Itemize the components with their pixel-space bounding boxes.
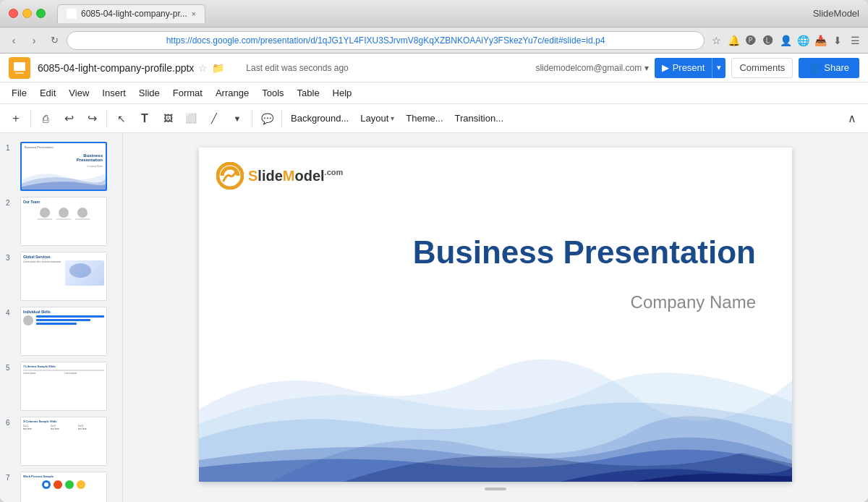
app-title: SlideModel <box>813 8 859 19</box>
redo-button[interactable]: ↪ <box>82 109 102 129</box>
undo-button[interactable]: ↩ <box>59 109 79 129</box>
cursor-tool-button[interactable]: ↖ <box>111 109 132 129</box>
slide-thumbnail-7[interactable]: 7 Work Process Sample <box>0 469 122 502</box>
slide-preview-6: 3 Columns Sample Slide Col 1text here Co… <box>20 417 107 466</box>
layout-button[interactable]: Layout ▾ <box>356 109 399 129</box>
extension-icon8[interactable]: ☰ <box>848 33 862 48</box>
logo-svg <box>216 162 244 190</box>
slide-preview-3: Global Services Lorem ipsum dolor sit am… <box>20 252 107 301</box>
slide-number-1: 1 <box>6 142 16 152</box>
file-name: 6085-04-light-company-profile.pptx <box>38 62 194 74</box>
slide-preview-4: Individual Skills <box>20 307 107 356</box>
refresh-button[interactable]: ↻ <box>46 33 62 48</box>
app-title-bar: 6085-04-light-company-profile.pptx ☆ 📁 L… <box>0 54 868 82</box>
url-input[interactable] <box>67 31 705 50</box>
extension-icon2[interactable]: 🅟 <box>744 33 758 48</box>
browser-tab[interactable]: 6085-04-light-company-pr... × <box>57 4 205 23</box>
toolbar-separator-2 <box>106 110 107 127</box>
folder-icon[interactable]: 📁 <box>212 62 224 74</box>
google-slides-app: 6085-04-light-company-profile.pptx ☆ 📁 L… <box>0 54 868 502</box>
toolbar-collapse-button[interactable]: ∧ <box>842 109 862 129</box>
user-email[interactable]: slidemodelcom@gmail.com ▾ <box>535 63 648 73</box>
menu-edit[interactable]: Edit <box>34 85 61 101</box>
slide-number-7: 7 <box>6 472 16 482</box>
menu-arrange[interactable]: Arrange <box>210 85 255 101</box>
logo-brand-text: SlideModel.com <box>248 169 343 183</box>
slide-thumbnail-1[interactable]: 1 Business Presentation BusinessPresenta… <box>0 139 122 194</box>
logo-com: .com <box>325 168 344 176</box>
browser-window: 6085-04-light-company-pr... × SlideModel… <box>0 0 868 502</box>
star-icon[interactable]: ☆ <box>198 62 208 74</box>
forward-button[interactable]: › <box>26 33 42 48</box>
comment-button[interactable]: 💬 <box>257 109 277 129</box>
back-button[interactable]: ‹ <box>6 33 22 48</box>
menu-bar: File Edit View Insert Slide Format Arran… <box>0 82 868 104</box>
toolbar: + ⎙ ↩ ↪ ↖ T 🖼 ⬜ ╱ ▼ 💬 Background... Layo… <box>0 104 868 133</box>
menu-slide[interactable]: Slide <box>133 85 166 101</box>
zoom-in-button[interactable]: + <box>6 109 26 129</box>
image-insert-button[interactable]: 🖼 <box>158 109 178 129</box>
slide-main-title[interactable]: Business Presentation <box>413 234 756 271</box>
logo-m: M <box>283 168 295 184</box>
transition-button[interactable]: Transition... <box>451 109 508 129</box>
bookmark-icon[interactable]: ☆ <box>709 33 723 48</box>
address-bar: ‹ › ↻ ☆ 🔔 🅟 🅛 👤 🌐 📥 ⬇ ☰ <box>0 27 868 54</box>
menu-help[interactable]: Help <box>327 85 358 101</box>
slide-thumbnail-3[interactable]: 3 Global Services Lorem ipsum dolor sit … <box>0 249 122 304</box>
print-button[interactable]: ⎙ <box>35 109 56 129</box>
browser-toolbar-icons: ☆ 🔔 🅟 🅛 👤 🌐 📥 ⬇ ☰ <box>709 33 862 48</box>
minimize-window-button[interactable] <box>22 9 32 18</box>
comments-button[interactable]: Comments <box>731 58 793 78</box>
extension-icon5[interactable]: 🌐 <box>796 33 810 48</box>
slide-panel[interactable]: 1 Business Presentation BusinessPresenta… <box>0 133 123 502</box>
svg-rect-1 <box>14 62 25 71</box>
menu-view[interactable]: View <box>63 85 95 101</box>
svg-rect-2 <box>15 72 24 74</box>
share-person-icon: 👤 <box>809 62 820 73</box>
extension-icon6[interactable]: 📥 <box>813 33 827 48</box>
slide-preview-2: Our Team <box>20 197 107 246</box>
theme-button[interactable]: Theme... <box>401 109 447 129</box>
main-content: 1 Business Presentation BusinessPresenta… <box>0 133 868 502</box>
close-window-button[interactable] <box>9 9 18 18</box>
extension-icon1[interactable]: 🔔 <box>726 33 741 48</box>
present-play-icon: ▶ <box>662 62 669 73</box>
menu-format[interactable]: Format <box>167 85 208 101</box>
slide-notes-divider[interactable] <box>199 482 792 496</box>
slide-number-3: 3 <box>6 252 16 262</box>
app-title-actions: slidemodelcom@gmail.com ▾ ▶ Present ▾ Co… <box>535 58 859 78</box>
extension-icon4[interactable]: 👤 <box>778 33 793 48</box>
menu-table[interactable]: Table <box>292 85 326 101</box>
slidemodel-logo: SlideModel.com <box>216 162 343 190</box>
extension-icon3[interactable]: 🅛 <box>761 33 775 48</box>
share-button[interactable]: 👤 Share <box>799 58 859 78</box>
menu-insert[interactable]: Insert <box>96 85 132 101</box>
line-button[interactable]: ╱ <box>204 109 224 129</box>
maximize-window-button[interactable] <box>36 9 46 18</box>
tab-close-button[interactable]: × <box>192 10 196 18</box>
present-button[interactable]: ▶ Present <box>655 58 712 78</box>
text-tool-button[interactable]: T <box>135 109 155 129</box>
slide-canvas-area: SlideModel.com Business Presentation Com… <box>123 133 868 502</box>
slide-thumbnail-4[interactable]: 4 Individual Skills <box>0 304 122 359</box>
slide-thumbnail-5[interactable]: 5 7 Lifetime Sample Slide Lorem ipsum Lo… <box>0 359 122 414</box>
share-label: Share <box>824 62 849 73</box>
slide-preview-1: Business Presentation BusinessPresentati… <box>20 142 107 191</box>
extension-icon7[interactable]: ⬇ <box>830 33 845 48</box>
slide-canvas[interactable]: SlideModel.com Business Presentation Com… <box>199 148 792 482</box>
background-button[interactable]: Background... <box>286 109 353 129</box>
title-bar: 6085-04-light-company-pr... × SlideModel <box>0 0 868 27</box>
tab-favicon <box>67 9 77 19</box>
slide-thumbnail-2[interactable]: 2 Our Team <box>0 194 122 249</box>
menu-tools[interactable]: Tools <box>256 85 289 101</box>
slide-number-6: 6 <box>6 417 16 427</box>
menu-file[interactable]: File <box>6 85 33 101</box>
present-dropdown-button[interactable]: ▾ <box>712 58 726 78</box>
more-shapes-button[interactable]: ▼ <box>227 109 247 129</box>
slide-thumbnail-6[interactable]: 6 3 Columns Sample Slide Col 1text here … <box>0 414 122 469</box>
logo-s: S <box>248 168 258 184</box>
last-edit-status: Last edit was seconds ago <box>246 63 348 73</box>
wave-background <box>199 279 792 482</box>
slide-logo: SlideModel.com <box>216 162 343 190</box>
shape-button[interactable]: ⬜ <box>181 109 201 129</box>
